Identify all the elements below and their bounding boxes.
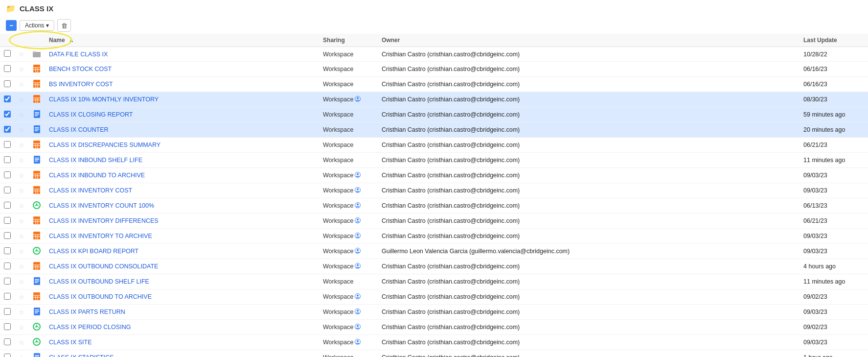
- star-icon[interactable]: ☆: [19, 96, 24, 103]
- star-icon[interactable]: ☆: [19, 309, 24, 316]
- star-icon[interactable]: ☆: [19, 217, 24, 225]
- file-name[interactable]: CLASS IX SITE: [49, 339, 92, 346]
- row-checkbox[interactable]: [4, 65, 11, 72]
- row-checkbox[interactable]: [4, 80, 11, 87]
- header-check: [0, 34, 15, 47]
- row-checkbox[interactable]: [4, 338, 11, 345]
- star-icon[interactable]: ☆: [19, 354, 24, 357]
- owner-name: Cristhian Castro (cristhian.castro@cbrid…: [382, 217, 520, 224]
- spreadsheet-icon: [32, 140, 41, 149]
- file-name[interactable]: CLASS IX INVENTORY COST: [49, 187, 132, 194]
- file-name[interactable]: CLASS IX 10% MONTHLY INVENTORY: [49, 96, 159, 103]
- last-update: 06/21/23: [803, 217, 827, 224]
- row-checkbox[interactable]: [4, 293, 11, 300]
- row-checkbox[interactable]: [4, 262, 11, 269]
- star-icon[interactable]: ☆: [19, 111, 24, 119]
- row-checkbox[interactable]: [4, 187, 11, 193]
- deselect-button[interactable]: −: [6, 20, 17, 31]
- star-icon[interactable]: ☆: [19, 172, 24, 179]
- sharing-cell: Workspace: [323, 66, 374, 72]
- row-checkbox[interactable]: [4, 278, 11, 285]
- svg-rect-26: [35, 130, 38, 131]
- sharing-plus-icon: [355, 217, 361, 224]
- row-checkbox[interactable]: [4, 217, 11, 224]
- row-checkbox[interactable]: [4, 232, 11, 239]
- star-icon[interactable]: ☆: [19, 263, 24, 270]
- row-checkbox[interactable]: [4, 171, 11, 178]
- file-name[interactable]: CLASS IX INVENTORY DIFFERENCES: [49, 217, 159, 224]
- owner-name: Cristhian Castro (cristhian.castro@cbrid…: [382, 126, 520, 133]
- sharing-plus-icon: [355, 96, 361, 103]
- file-name[interactable]: CLASS IX DISCREPANCIES SUMMARY: [49, 142, 160, 148]
- file-name[interactable]: BENCH STOCK COST: [49, 66, 112, 72]
- row-checkbox[interactable]: [4, 141, 11, 148]
- sharing-cell: Workspace: [323, 339, 374, 346]
- star-icon[interactable]: ☆: [19, 278, 24, 286]
- sharing-cell: Workspace: [323, 293, 374, 300]
- owner-name: Cristhian Castro (cristhian.castro@cbrid…: [382, 354, 520, 357]
- file-name[interactable]: CLASS IX CLOSING REPORT: [49, 111, 133, 118]
- last-update: 09/03/23: [803, 233, 827, 239]
- row-checkbox[interactable]: [4, 202, 11, 209]
- page-title: CLASS IX: [20, 4, 53, 13]
- svg-rect-36: [33, 171, 40, 179]
- row-checkbox[interactable]: [4, 323, 11, 330]
- star-icon[interactable]: ☆: [19, 187, 24, 194]
- svg-rect-54: [33, 216, 40, 224]
- star-icon[interactable]: ☆: [19, 81, 24, 88]
- file-name[interactable]: CLASS IX PERIOD CLOSING: [49, 324, 131, 331]
- row-checkbox[interactable]: [4, 111, 11, 118]
- star-icon[interactable]: ☆: [19, 202, 24, 210]
- file-name[interactable]: CLASS IX KPI BOARD REPORT: [49, 248, 138, 255]
- last-update: 06/21/23: [803, 142, 827, 148]
- star-icon[interactable]: ☆: [19, 248, 24, 255]
- svg-rect-20: [35, 112, 39, 113]
- last-update: 4 hours ago: [803, 263, 836, 270]
- delete-button[interactable]: 🗑: [57, 19, 71, 32]
- row-checkbox[interactable]: [4, 126, 11, 133]
- svg-rect-81: [35, 281, 39, 282]
- file-name[interactable]: CLASS IX PARTS RETURN: [49, 309, 125, 315]
- row-checkbox[interactable]: [4, 354, 11, 357]
- star-icon[interactable]: ☆: [19, 50, 24, 58]
- file-name[interactable]: CLASS IX COUNTER: [49, 126, 109, 133]
- star-icon[interactable]: ☆: [19, 324, 24, 331]
- toolbar: − Actions ▾ 🗑: [0, 17, 868, 34]
- star-icon[interactable]: ☆: [19, 157, 24, 164]
- doc-icon: [32, 277, 41, 286]
- row-checkbox[interactable]: [4, 156, 11, 163]
- star-icon[interactable]: ☆: [19, 293, 24, 301]
- file-name[interactable]: CLASS IX OUTBOUND TO ARCHIVE: [49, 293, 152, 300]
- file-name[interactable]: DATA FILE CLASS IX: [49, 51, 108, 58]
- file-name[interactable]: CLASS IX STADISTICS: [49, 354, 114, 357]
- file-name[interactable]: BS INVENTORY COST: [49, 81, 113, 88]
- row-checkbox[interactable]: [4, 50, 11, 57]
- spreadsheet-icon: [32, 262, 41, 270]
- svg-point-89: [357, 295, 359, 297]
- doc-icon: [32, 155, 41, 164]
- file-name[interactable]: CLASS IX OUTBOUND SHELF LIFE: [49, 278, 149, 285]
- star-icon[interactable]: ☆: [19, 339, 24, 346]
- file-name[interactable]: CLASS IX OUTBOUND CONSOLIDATE: [49, 263, 158, 270]
- star-icon[interactable]: ☆: [19, 66, 24, 73]
- file-name[interactable]: CLASS IX INVENTORY COUNT 100%: [49, 202, 154, 209]
- star-icon[interactable]: ☆: [19, 233, 24, 240]
- svg-rect-43: [33, 186, 40, 194]
- table-row: ☆DATA FILE CLASS IXWorkspaceCristhian Ca…: [0, 47, 868, 62]
- file-name[interactable]: CLASS IX INBOUND TO ARCHIVE: [49, 172, 145, 179]
- last-update: 11 minutes ago: [803, 278, 845, 285]
- svg-point-103: [357, 340, 359, 342]
- row-checkbox[interactable]: [4, 308, 11, 315]
- table-row: ☆BS INVENTORY COSTWorkspaceCristhian Cas…: [0, 77, 868, 92]
- row-checkbox[interactable]: [4, 95, 11, 102]
- star-icon[interactable]: ☆: [19, 126, 24, 134]
- svg-rect-33: [35, 158, 39, 159]
- header-name[interactable]: Name ▲: [45, 34, 319, 47]
- svg-point-49: [357, 189, 359, 190]
- star-icon[interactable]: ☆: [19, 142, 24, 149]
- file-name[interactable]: CLASS IX INVENTORY TO ARCHIVE: [49, 233, 152, 239]
- actions-button[interactable]: Actions ▾: [20, 20, 54, 31]
- svg-rect-82: [35, 282, 38, 283]
- row-checkbox[interactable]: [4, 247, 11, 254]
- file-name[interactable]: CLASS IX INBOUND SHELF LIFE: [49, 157, 142, 164]
